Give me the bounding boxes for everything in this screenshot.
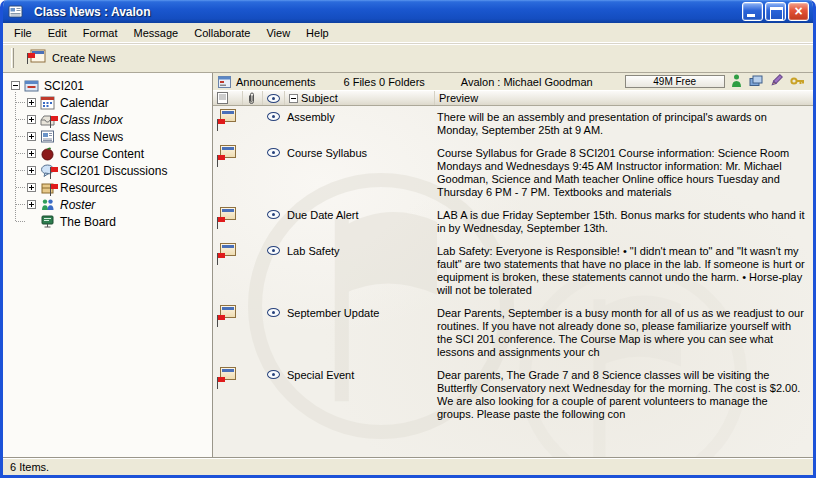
message-row[interactable]: Assembly There will be an assembly and p… bbox=[213, 106, 813, 142]
eye-icon[interactable] bbox=[267, 308, 280, 317]
tree-children: Calendar Class Inbox Class News bbox=[11, 94, 212, 230]
message-row[interactable]: Special Event Dear parents, The Grade 7 … bbox=[213, 364, 813, 426]
expand-icon[interactable] bbox=[27, 149, 36, 158]
discussion-icon bbox=[40, 163, 56, 178]
resources-icon bbox=[40, 180, 56, 195]
message-subject[interactable]: Course Syllabus bbox=[285, 144, 435, 159]
tree-item-sci201-discussions[interactable]: SCI201 Discussions bbox=[11, 162, 212, 179]
message-list: Assembly There will be an assembly and p… bbox=[213, 106, 813, 457]
message-icon bbox=[213, 304, 243, 328]
expand-icon[interactable] bbox=[27, 200, 36, 209]
tree-item-sci201[interactable]: SCI201 bbox=[11, 77, 212, 94]
message-subject[interactable]: September Update bbox=[285, 304, 435, 319]
message-preview: LAB A is due Friday September 15th. Bonu… bbox=[435, 206, 813, 235]
board-icon bbox=[40, 214, 56, 229]
attachment-column-header[interactable] bbox=[243, 91, 263, 105]
message-row[interactable]: September Update Dear Parents, September… bbox=[213, 302, 813, 364]
pencil-icon[interactable] bbox=[770, 74, 783, 89]
monitor-column-header[interactable] bbox=[263, 91, 285, 105]
tree-item-course-content[interactable]: Course Content bbox=[11, 145, 212, 162]
tree-item-roster[interactable]: Roster bbox=[11, 196, 212, 213]
storage-meter: 49M Free bbox=[625, 75, 725, 88]
menu-format[interactable]: Format bbox=[75, 24, 126, 42]
message-subject[interactable]: Assembly bbox=[285, 108, 435, 123]
tree-item-the-board[interactable]: The Board bbox=[11, 213, 212, 230]
folder-name: Announcements bbox=[236, 76, 316, 88]
tree-item-class-news[interactable]: Class News bbox=[11, 128, 212, 145]
expand-icon[interactable] bbox=[27, 115, 36, 124]
tree-item-label: SCI201 Discussions bbox=[60, 164, 167, 178]
expand-icon[interactable] bbox=[27, 98, 36, 107]
account-name: Avalon : Michael Goodman bbox=[461, 76, 593, 88]
person-icon[interactable] bbox=[731, 74, 742, 89]
message-row[interactable]: Due Date Alert LAB A is due Friday Septe… bbox=[213, 204, 813, 240]
paperclip-icon bbox=[247, 92, 256, 105]
tree-item-label: Class News bbox=[60, 130, 123, 144]
message-type-column-header[interactable] bbox=[213, 91, 243, 105]
unread-flag-icon bbox=[50, 116, 59, 128]
tree-item-label: Calendar bbox=[60, 96, 109, 110]
item-count: 6 Items. bbox=[10, 461, 49, 473]
create-news-icon bbox=[27, 49, 46, 67]
message-row[interactable]: Course Syllabus Course Syllabus for Grad… bbox=[213, 142, 813, 204]
tree-item-label: Resources bbox=[60, 181, 117, 195]
preview-column-header[interactable]: Preview bbox=[435, 91, 813, 105]
menu-view[interactable]: View bbox=[258, 24, 298, 42]
folders-icon[interactable] bbox=[749, 75, 763, 89]
message-preview: There will be an assembly and presentati… bbox=[435, 108, 813, 137]
unread-flag-icon bbox=[217, 377, 226, 389]
message-icon bbox=[213, 242, 243, 266]
collapse-all-icon[interactable] bbox=[289, 94, 298, 103]
close-button[interactable] bbox=[788, 2, 809, 21]
menubar: File Edit Format Message Collaborate Vie… bbox=[3, 23, 813, 43]
window-title: Class News : Avalon bbox=[34, 5, 737, 19]
create-news-label: Create News bbox=[52, 52, 116, 64]
message-list-panel: Announcements 6 Files 0 Folders Avalon :… bbox=[213, 73, 813, 457]
maximize-button[interactable] bbox=[765, 2, 786, 21]
news-icon bbox=[40, 129, 56, 144]
tree-item-class-inbox[interactable]: Class Inbox bbox=[11, 111, 212, 128]
message-subject[interactable]: Lab Safety bbox=[285, 242, 435, 257]
expand-icon[interactable] bbox=[27, 183, 36, 192]
expand-icon[interactable] bbox=[27, 132, 36, 141]
titlebar[interactable]: Class News : Avalon bbox=[3, 0, 813, 23]
tree-item-calendar[interactable]: Calendar bbox=[11, 94, 212, 111]
message-subject[interactable]: Special Event bbox=[285, 366, 435, 381]
app-window: Class News : Avalon File Edit Format Mes… bbox=[0, 0, 816, 478]
inbox-icon bbox=[40, 112, 56, 127]
menu-message[interactable]: Message bbox=[126, 24, 187, 42]
key-icon[interactable] bbox=[790, 75, 805, 89]
expand-icon[interactable] bbox=[27, 166, 36, 175]
eye-icon[interactable] bbox=[267, 210, 280, 219]
eye-icon[interactable] bbox=[267, 148, 280, 157]
message-preview: Dear parents, The Grade 7 and 8 Science … bbox=[435, 366, 813, 421]
eye-icon[interactable] bbox=[267, 246, 280, 255]
create-news-button[interactable]: Create News bbox=[22, 47, 121, 69]
info-bar: Announcements 6 Files 0 Folders Avalon :… bbox=[213, 73, 813, 90]
collapse-expander-icon[interactable] bbox=[11, 81, 20, 90]
menu-file[interactable]: File bbox=[6, 24, 40, 42]
subject-column-header[interactable]: Subject bbox=[285, 91, 435, 105]
eye-icon[interactable] bbox=[267, 370, 280, 379]
tree-item-label: SCI201 bbox=[44, 79, 84, 93]
menu-edit[interactable]: Edit bbox=[40, 24, 75, 42]
menu-collaborate[interactable]: Collaborate bbox=[186, 24, 258, 42]
unread-flag-icon bbox=[50, 167, 59, 179]
toolbar-grip[interactable] bbox=[11, 48, 14, 68]
announcements-icon bbox=[218, 76, 231, 88]
unread-flag-icon bbox=[217, 119, 226, 131]
message-row[interactable]: Lab Safety Lab Safety: Everyone is Respo… bbox=[213, 240, 813, 302]
calendar-icon bbox=[40, 95, 56, 110]
unread-flag-icon bbox=[50, 184, 59, 196]
message-icon bbox=[213, 144, 243, 168]
message-subject[interactable]: Due Date Alert bbox=[285, 206, 435, 221]
tree-item-resources[interactable]: Resources bbox=[11, 179, 212, 196]
minimize-button[interactable] bbox=[742, 2, 763, 21]
eye-icon[interactable] bbox=[267, 112, 280, 121]
toolbar: Create News bbox=[3, 43, 813, 73]
message-preview: Lab Safety: Everyone is Responsible! • "… bbox=[435, 242, 813, 297]
menu-help[interactable]: Help bbox=[298, 24, 337, 42]
course-content-icon bbox=[40, 146, 56, 161]
message-icon bbox=[213, 206, 243, 230]
storage-free-label: 49M Free bbox=[653, 76, 696, 87]
